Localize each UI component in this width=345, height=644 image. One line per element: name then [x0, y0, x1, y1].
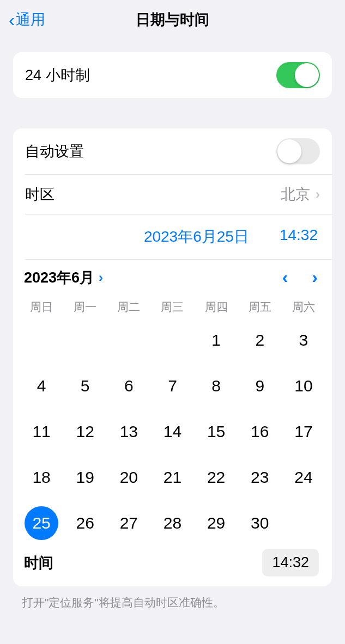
day-cell[interactable]: 20: [107, 456, 150, 499]
day-empty: [63, 319, 107, 361]
day-cell[interactable]: 18: [20, 456, 63, 499]
weekday-label: 周五: [238, 299, 282, 315]
day-cell[interactable]: 16: [238, 410, 282, 453]
day-empty: [150, 319, 194, 361]
auto-set-label: 自动设置: [25, 142, 84, 161]
back-button[interactable]: ‹ 通用: [0, 10, 45, 29]
footer-note: 打开"定位服务"将提高自动时区准确性。: [0, 586, 345, 619]
day-cell[interactable]: 6: [107, 365, 150, 407]
day-cell[interactable]: 25: [20, 502, 63, 544]
timezone-value: 北京: [281, 185, 310, 204]
timezone-label: 时区: [25, 185, 55, 204]
hour-24-toggle[interactable]: [276, 62, 320, 88]
day-cell[interactable]: 2: [238, 319, 282, 361]
month-label: 2023年6月: [24, 268, 94, 287]
hour-24-label: 24 小时制: [25, 65, 90, 85]
day-cell[interactable]: 4: [20, 365, 63, 407]
day-cell[interactable]: 27: [107, 502, 150, 544]
day-cell[interactable]: 29: [195, 502, 238, 544]
day-cell[interactable]: 1: [195, 319, 238, 361]
selected-date-display[interactable]: 2023年6月25日: [144, 226, 249, 247]
day-cell[interactable]: 28: [150, 502, 194, 544]
day-cell[interactable]: 15: [195, 410, 238, 453]
time-picker-button[interactable]: 14:32: [262, 549, 319, 576]
day-cell[interactable]: 12: [63, 410, 107, 453]
day-cell[interactable]: 19: [63, 456, 107, 499]
day-cell[interactable]: 26: [63, 502, 107, 544]
day-cell[interactable]: 7: [150, 365, 194, 407]
day-cell[interactable]: 10: [282, 365, 325, 407]
weekday-label: 周一: [63, 299, 107, 315]
day-cell[interactable]: 9: [238, 365, 282, 407]
toggle-knob: [295, 63, 319, 87]
timezone-row[interactable]: 时区 北京 ›: [13, 175, 332, 214]
weekday-label: 周六: [282, 299, 325, 315]
day-cell[interactable]: 23: [238, 456, 282, 499]
chevron-left-icon: ‹: [9, 10, 15, 29]
time-label: 时间: [24, 553, 53, 573]
weekday-label: 周日: [20, 299, 63, 315]
toggle-knob: [277, 139, 301, 163]
day-cell[interactable]: 21: [150, 456, 194, 499]
page-title: 日期与时间: [136, 10, 209, 29]
prev-month-button[interactable]: ‹: [282, 267, 288, 287]
back-label: 通用: [16, 10, 45, 29]
day-cell[interactable]: 14: [150, 410, 194, 453]
day-cell[interactable]: 17: [282, 410, 325, 453]
time-value: 14:32: [272, 554, 309, 571]
day-cell[interactable]: 3: [282, 319, 325, 361]
selected-time-display[interactable]: 14:32: [280, 226, 318, 247]
weekday-label: 周四: [195, 299, 238, 315]
next-month-button[interactable]: ›: [312, 267, 318, 287]
month-picker-button[interactable]: 2023年6月 ›: [24, 268, 103, 287]
day-cell[interactable]: 8: [195, 365, 238, 407]
auto-set-row: 自动设置: [13, 128, 332, 174]
chevron-right-icon: ›: [316, 187, 320, 202]
weekday-label: 周三: [150, 299, 194, 315]
day-cell[interactable]: 30: [238, 502, 282, 544]
day-empty: [20, 319, 63, 361]
hour-24-row: 24 小时制: [13, 52, 332, 98]
day-cell[interactable]: 13: [107, 410, 150, 453]
day-cell[interactable]: 22: [195, 456, 238, 499]
day-empty: [107, 319, 150, 361]
weekday-label: 周二: [107, 299, 150, 315]
day-cell[interactable]: 11: [20, 410, 63, 453]
day-cell[interactable]: 5: [63, 365, 107, 407]
chevron-right-icon: ›: [99, 270, 103, 285]
auto-set-toggle[interactable]: [276, 138, 320, 164]
day-cell[interactable]: 24: [282, 456, 325, 499]
